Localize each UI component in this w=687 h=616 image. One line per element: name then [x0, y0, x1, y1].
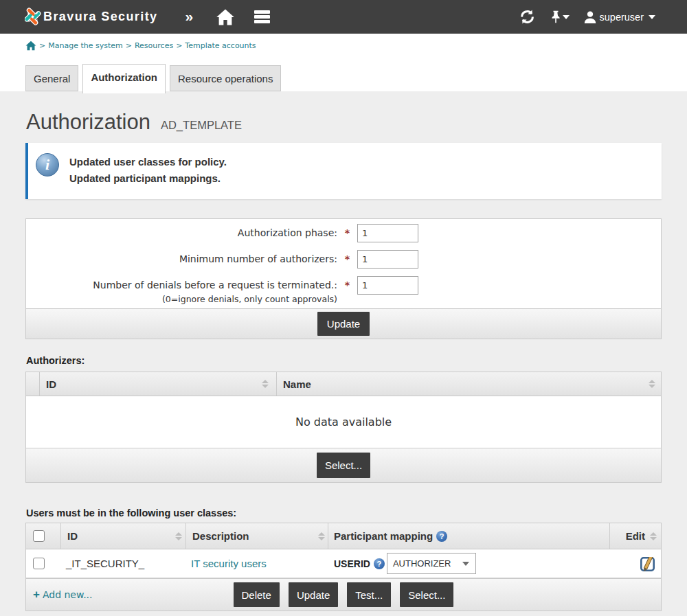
update-row-button[interactable]: Update [289, 582, 338, 607]
breadcrumb-separator: > [176, 41, 182, 50]
test-button[interactable]: Test... [347, 582, 391, 607]
user-icon [583, 10, 597, 24]
authorization-form: Authorization phase: * Minimum number of… [25, 218, 662, 339]
denials-input[interactable] [357, 276, 418, 295]
pin-icon[interactable] [551, 10, 570, 24]
form-note: (0=ignore denials, only count approvals) [26, 295, 337, 304]
expand-chevrons-icon[interactable]: » [185, 9, 193, 23]
home-icon[interactable] [216, 9, 235, 25]
breadcrumb-link-resources[interactable]: Resources [135, 41, 173, 50]
breadcrumb-home-icon[interactable] [25, 41, 36, 51]
sort-icon[interactable] [318, 532, 325, 540]
mapping-field-label: USERID [334, 558, 370, 569]
user-classes-button-strip: + Add new... Delete Update Test... Selec… [26, 578, 661, 611]
sort-icon[interactable] [175, 532, 182, 540]
row-description-cell: IT security users [186, 549, 328, 578]
breadcrumb: > Manage the system > Resources > Templa… [25, 41, 256, 51]
user-caret-icon [649, 15, 655, 19]
top-navigation-bar: Bravura Security » [0, 0, 687, 34]
add-new-link[interactable]: + Add new... [33, 588, 93, 602]
user-menu[interactable]: superuser [583, 10, 655, 24]
required-asterisk: * [337, 224, 357, 242]
main-content: AuthorizationAD_TEMPLATE i Updated user … [0, 91, 687, 616]
user-classes-table-header: ID Description Participant mapping ? Edi… [26, 523, 661, 549]
required-asterisk: * [337, 276, 357, 295]
authorizers-table-header: ID Name [26, 372, 661, 396]
header-participant-mapping: Participant mapping ? [328, 523, 610, 549]
authorizers-label: Authorizers: [26, 355, 85, 366]
select-button[interactable]: Select... [400, 582, 453, 607]
selected-option: AUTHORIZER [393, 558, 451, 569]
help-icon[interactable]: ? [374, 558, 385, 569]
page-subtitle: AD_TEMPLATE [161, 119, 242, 131]
info-message-box: i Updated user classes for policy. Updat… [25, 143, 662, 199]
authorizers-button-strip: Select... [26, 448, 661, 482]
breadcrumb-separator: > [39, 41, 45, 50]
user-class-description-link[interactable]: IT security users [191, 558, 267, 569]
breadcrumb-separator: > [126, 41, 132, 50]
form-label: Number of denials before a request is te… [26, 276, 337, 295]
column-label: ID [67, 530, 78, 542]
tab-bar: General Authorization Resource operation… [25, 65, 285, 93]
authorizers-header-id[interactable]: ID [40, 372, 277, 396]
menu-icon[interactable] [254, 10, 270, 23]
row-checkbox[interactable] [33, 558, 45, 569]
column-label: Description [192, 530, 249, 542]
header-edit[interactable]: Edit [610, 523, 661, 549]
participant-mapping-select[interactable]: AUTHORIZER [387, 553, 476, 574]
brand-name: Bravura Security [43, 10, 157, 24]
row-id-cell: _IT_SECURITY_ [61, 549, 186, 578]
required-asterisk: * [337, 250, 357, 269]
authorizers-header-spacer [26, 372, 40, 396]
user-class-id: _IT_SECURITY_ [66, 558, 144, 569]
tab-resource-operations[interactable]: Resource operations [170, 65, 281, 91]
form-label: Authorization phase: [26, 224, 337, 242]
form-row-minimum-authorizers: Minimum number of authorizers: * [26, 250, 661, 269]
breadcrumb-band: > Manage the system > Resources > Templa… [0, 34, 687, 91]
minimum-authorizers-input[interactable] [357, 250, 418, 269]
select-caret-icon [462, 562, 469, 566]
header-select-all [26, 523, 61, 549]
breadcrumb-link-manage-the-system[interactable]: Manage the system [48, 41, 123, 50]
user-name: superuser [600, 12, 644, 23]
info-icon: i [36, 153, 59, 176]
row-edit-cell [610, 549, 661, 578]
column-label: Edit [626, 530, 645, 542]
add-new-label: Add new... [43, 589, 93, 600]
column-label: Name [283, 378, 311, 390]
sort-icon[interactable] [262, 380, 269, 388]
header-id[interactable]: ID [61, 523, 186, 549]
info-message-1: Updated user classes for policy. [69, 154, 227, 170]
info-message-2: Updated participant mappings. [69, 170, 227, 187]
tab-general[interactable]: General [25, 65, 78, 91]
no-data-text: No data available [295, 415, 392, 429]
select-all-checkbox[interactable] [33, 530, 45, 542]
sort-icon[interactable] [650, 532, 657, 540]
user-classes-table: ID Description Participant mapping ? Edi… [25, 523, 662, 611]
help-icon[interactable]: ? [436, 531, 447, 542]
sort-icon[interactable] [649, 380, 655, 388]
form-button-strip: Update [26, 308, 661, 339]
refresh-icon[interactable] [519, 9, 535, 25]
edit-icon[interactable] [640, 557, 655, 571]
tab-authorization[interactable]: Authorization [82, 64, 166, 93]
brand[interactable]: Bravura Security [25, 7, 157, 27]
authorizers-table: ID Name No data available Select... [25, 372, 662, 483]
page-title-text: Authorization [26, 110, 150, 134]
user-class-row: _IT_SECURITY_ IT security users USERID ?… [26, 549, 661, 578]
authorizers-empty-row: No data available [26, 396, 661, 448]
plus-icon: + [33, 588, 40, 602]
column-label: ID [46, 378, 56, 390]
form-label: Minimum number of authorizers: [26, 250, 337, 269]
authorization-phase-input[interactable] [357, 224, 418, 242]
page-title: AuthorizationAD_TEMPLATE [26, 110, 242, 135]
column-label: Participant mapping [334, 530, 433, 542]
header-description[interactable]: Description [186, 523, 328, 549]
authorizers-select-button[interactable]: Select... [317, 453, 370, 478]
delete-button[interactable]: Delete [234, 582, 280, 607]
topbar-right: superuser [519, 9, 655, 25]
authorizers-header-name[interactable]: Name [277, 372, 661, 396]
form-row-denials: Number of denials before a request is te… [26, 276, 661, 304]
update-button[interactable]: Update [317, 312, 370, 336]
breadcrumb-link-template-accounts[interactable]: Template accounts [185, 41, 256, 50]
